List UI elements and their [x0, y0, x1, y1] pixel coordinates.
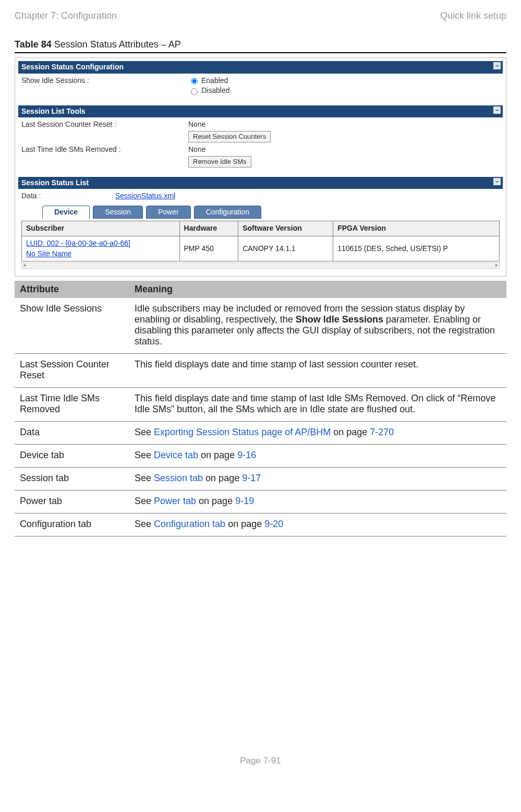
- attr-name: Last Time Idle SMs Removed: [15, 388, 129, 422]
- attr-meaning: Idle subscribers may be included or remo…: [129, 298, 506, 354]
- page-footer: Page 7-91: [15, 756, 506, 766]
- ref-page[interactable]: 9-16: [237, 450, 256, 460]
- ref-page[interactable]: 7-270: [370, 427, 394, 437]
- attr-meaning: See Session tab on page 9-17: [129, 468, 506, 491]
- header-left: Chapter 7: Configuration: [15, 10, 117, 21]
- last-time-idle-sms-removed-value: None: [188, 145, 500, 155]
- attr-name: Data: [15, 422, 129, 445]
- cell-software: CANOPY 14.1.1: [238, 236, 333, 261]
- attr-meaning: See Device tab on page 9-16: [129, 445, 506, 468]
- radio-enabled[interactable]: [191, 78, 198, 85]
- header-attribute: Attribute: [15, 281, 129, 298]
- collapse-icon[interactable]: −: [493, 178, 501, 185]
- ref-page[interactable]: 9-20: [264, 519, 283, 529]
- panel-title: Session List Tools −: [18, 105, 503, 118]
- panel-session-status-list: Session Status List − Data : SessionStat…: [18, 177, 503, 270]
- attr-name: Configuration tab: [15, 514, 129, 536]
- data-label: Data :: [21, 191, 115, 201]
- panel-title: Session Status List −: [18, 177, 503, 189]
- last-session-counter-reset-label: Last Session Counter Reset :: [21, 120, 188, 142]
- session-status-grid: Subscriber Hardware Software Version FPG…: [21, 221, 500, 261]
- collapse-icon[interactable]: −: [493, 106, 501, 114]
- subscriber-site-link[interactable]: No Site Name: [26, 249, 71, 258]
- col-software[interactable]: Software Version: [238, 221, 333, 236]
- ref-link[interactable]: Configuration tab: [154, 519, 225, 529]
- remove-idle-sms-button[interactable]: Remove Idle SMs: [188, 156, 251, 168]
- reset-session-counters-button[interactable]: Reset Session Counters: [188, 131, 271, 142]
- attribute-table: Attribute Meaning Show Idle Sessions Idl…: [15, 281, 506, 536]
- radio-disabled[interactable]: [191, 88, 198, 95]
- cell-hardware: PMP 450: [179, 236, 238, 261]
- attr-name: Power tab: [15, 491, 129, 514]
- attr-meaning: See Exporting Session Status page of AP/…: [129, 422, 506, 445]
- attr-name: Device tab: [15, 445, 129, 468]
- panel-title-text: Session List Tools: [21, 107, 86, 115]
- attr-name: Show Idle Sessions: [15, 298, 129, 354]
- subscriber-luid-link[interactable]: LUID: 002 - [0a-00-3e-a0-a0-66]: [26, 239, 130, 247]
- caption-prefix: Table 84: [15, 39, 52, 50]
- attr-meaning: See Configuration tab on page 9-20: [129, 514, 506, 536]
- page-header: Chapter 7: Configuration Quick link setu…: [15, 10, 506, 21]
- radio-enabled-label: Enabled: [201, 76, 228, 86]
- table-caption: Table 84 Session Status Attributes – AP: [15, 39, 506, 50]
- screenshot-box: Session Status Configuration − Show Idle…: [15, 57, 506, 277]
- panel-title: Session Status Configuration −: [18, 61, 503, 74]
- attr-name: Session tab: [15, 468, 129, 491]
- tab-power[interactable]: Power: [146, 206, 191, 219]
- cell-fpga: 110615 (DES, Sched, US/ETSI) P: [333, 236, 500, 261]
- caption-rule: [15, 52, 506, 53]
- table-row: LUID: 002 - [0a-00-3e-a0-a0-66] No Site …: [22, 236, 500, 261]
- last-session-counter-reset-value: None: [188, 120, 500, 130]
- attr-meaning: See Power tab on page 9-19: [129, 491, 506, 514]
- panel-title-text: Session Status Configuration: [21, 63, 124, 71]
- ref-link[interactable]: Session tab: [154, 473, 203, 483]
- col-fpga[interactable]: FPGA Version: [333, 221, 500, 236]
- attr-meaning: This field displays date and time stamp …: [129, 354, 506, 388]
- col-subscriber[interactable]: Subscriber: [22, 221, 180, 236]
- ref-page[interactable]: 9-17: [242, 473, 261, 483]
- col-hardware[interactable]: Hardware: [179, 221, 238, 236]
- panel-session-list-tools: Session List Tools − Last Session Counte…: [18, 105, 503, 169]
- ref-link[interactable]: Power tab: [154, 496, 196, 506]
- tab-device[interactable]: Device: [42, 206, 90, 219]
- ref-page[interactable]: 9-19: [235, 496, 254, 506]
- ref-link[interactable]: Exporting Session Status page of AP/BHM: [154, 427, 331, 437]
- session-status-xml-link[interactable]: SessionStatus.xml: [115, 192, 175, 200]
- attr-meaning: This field displays date and time stamp …: [129, 388, 506, 422]
- panel-session-status-config: Session Status Configuration − Show Idle…: [18, 61, 503, 97]
- header-meaning: Meaning: [129, 281, 506, 298]
- tab-session[interactable]: Session: [93, 206, 143, 219]
- horizontal-scrollbar[interactable]: [21, 262, 500, 269]
- collapse-icon[interactable]: −: [493, 62, 501, 69]
- header-right: Quick link setup: [440, 10, 506, 21]
- radio-disabled-label: Disabled: [201, 86, 229, 96]
- tab-configuration[interactable]: Configuration: [194, 206, 261, 219]
- panel-title-text: Session Status List: [21, 178, 89, 187]
- caption-rest: Session Status Attributes – AP: [52, 39, 181, 50]
- attr-name: Last Session Counter Reset: [15, 354, 129, 388]
- show-idle-sessions-label: Show Idle Sessions :: [21, 76, 188, 96]
- ref-link[interactable]: Device tab: [154, 450, 198, 460]
- tab-strip: Device Session Power Configuration: [42, 206, 500, 219]
- last-time-idle-sms-removed-label: Last Time Idle SMs Removed :: [21, 145, 188, 168]
